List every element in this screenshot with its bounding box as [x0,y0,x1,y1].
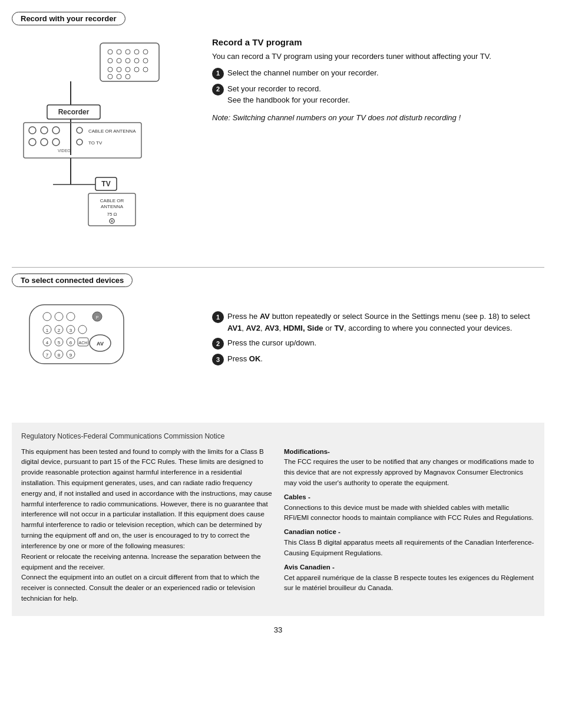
svg-point-16 [108,74,113,79]
svg-point-18 [125,74,130,79]
select-devices-header-label: To select connected devices [12,274,133,287]
regulatory-title: Regulatory Notices-Federal Communication… [21,431,535,442]
svg-text:4: 4 [46,340,49,345]
regulatory-left-text: This equipment has been tested and found… [21,447,272,604]
regulatory-block-3: Canadian notice -This Class B digital ap… [284,527,535,558]
select-step-3-text: Press OK. [227,353,263,365]
svg-point-47 [67,312,75,321]
svg-text:7: 7 [46,353,49,358]
svg-text:VIDEO: VIDEO [58,149,71,153]
svg-point-6 [108,58,113,63]
svg-point-23 [29,127,36,134]
svg-point-5 [143,50,148,54]
svg-point-25 [52,127,59,134]
svg-text:TV: TV [101,180,110,188]
regulatory-section: Regulatory Notices-Federal Communication… [12,423,544,616]
svg-point-13 [125,67,130,72]
svg-text:ANTENNA: ANTENNA [101,204,124,209]
select-step-2-text: Press the cursor up/down. [227,337,316,349]
remote-diagram: P 1 2 3 4 5 6 ACH 7 [12,293,194,411]
record-header-label: Record with your recorder [12,12,125,25]
select-devices-instructions: 1 Press he AV button repeatedly or selec… [194,293,544,411]
svg-text:TO TV: TO TV [88,140,103,146]
select-step-2: 2 Press the cursor up/down. [212,337,544,350]
regulatory-block-4: Avis Canadien -Cet appareil numérique de… [284,562,535,594]
svg-text:AV: AV [97,341,104,347]
svg-point-27 [41,139,48,146]
tv-program-intro: You can record a TV program using your r… [212,51,544,62]
svg-point-2 [117,50,121,54]
svg-point-8 [125,58,130,63]
svg-point-12 [117,67,121,72]
record-note: Note: Switching channel numbers on your … [212,112,544,124]
svg-text:9: 9 [70,353,72,358]
record-step-2-text: Set your recorder to record.See the hand… [227,83,350,106]
page-number: 33 [12,625,544,634]
svg-point-15 [143,67,148,72]
page: Record with your recorder [0,0,562,728]
record-step-1-text: Select the channel number on your record… [227,67,379,79]
svg-point-43 [111,220,113,222]
svg-point-26 [29,139,36,146]
select-step-num-2: 2 [212,338,224,350]
svg-rect-44 [29,305,124,364]
svg-text:ACH: ACH [79,341,88,345]
regulatory-block-1: Modifications-The FCC requires the user … [284,447,535,489]
svg-text:P: P [96,315,99,319]
svg-point-11 [108,67,113,72]
svg-text:3: 3 [70,328,72,333]
select-devices-header-wrap: To select connected devices [12,274,544,293]
svg-point-10 [143,58,148,63]
select-step-1-text: Press he AV button repeatedly or select … [227,311,544,334]
svg-text:75 Ω: 75 Ω [107,212,117,217]
tv-program-title: Record a TV program [212,37,544,47]
svg-point-14 [134,67,139,72]
regulatory-columns: This equipment has been tested and found… [21,447,535,608]
svg-text:8: 8 [58,353,61,358]
svg-point-45 [43,312,51,321]
step-num-1: 1 [212,68,224,80]
svg-text:CABLE OR ANTENNA: CABLE OR ANTENNA [88,129,136,134]
svg-text:CABLE OR: CABLE OR [100,198,124,203]
record-section: Recorder CABLE OR ANTENNA TO TV VIDEO [12,31,544,261]
svg-point-46 [55,312,63,321]
step-num-2: 2 [212,84,224,95]
select-step-3: 3 Press OK. [212,353,544,365]
section-divider [12,267,544,268]
record-section-header: Record with your recorder [12,12,544,31]
recorder-diagram: Recorder CABLE OR ANTENNA TO TV VIDEO [12,31,194,261]
regulatory-left-col: This equipment has been tested and found… [21,447,272,608]
select-step-1: 1 Press he AV button repeatedly or selec… [212,311,544,334]
remote-control-svg: P 1 2 3 4 5 6 ACH 7 [12,299,165,375]
svg-point-3 [125,50,130,54]
record-right-content: Record a TV program You can record a TV … [194,31,544,261]
record-step-2: 2 Set your recorder to record.See the ha… [212,83,544,106]
select-step-num-1: 1 [212,311,224,323]
svg-point-24 [41,127,48,134]
svg-text:Recorder: Recorder [58,108,90,116]
svg-point-56 [78,325,87,334]
svg-point-17 [117,74,121,79]
svg-text:5: 5 [58,340,61,345]
svg-point-4 [134,50,139,54]
regulatory-block-2: Cables -Connections to this device must … [284,492,535,523]
select-step-num-3: 3 [212,354,224,365]
svg-point-7 [117,58,121,63]
svg-point-9 [134,58,139,63]
svg-point-29 [77,127,82,133]
svg-text:2: 2 [58,328,61,333]
recorder-diagram-svg: Recorder CABLE OR ANTENNA TO TV VIDEO [12,37,183,238]
select-devices-section: P 1 2 3 4 5 6 ACH 7 [12,293,544,411]
record-step-1: 1 Select the channel number on your reco… [212,67,544,80]
svg-point-1 [108,50,113,54]
svg-point-28 [52,139,59,146]
regulatory-right-col: Modifications-The FCC requires the user … [284,447,535,608]
svg-point-30 [77,139,82,145]
svg-text:1: 1 [46,328,49,333]
svg-text:6: 6 [70,340,72,345]
